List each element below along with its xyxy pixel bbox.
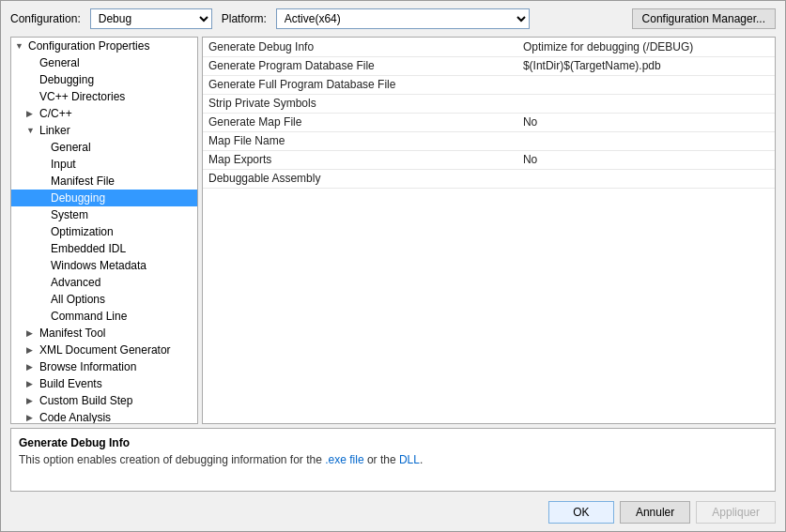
tree-expander-linker: ▼ bbox=[26, 126, 39, 135]
tree-item-linker-embedded[interactable]: Embedded IDL bbox=[11, 240, 197, 257]
tree-expander-build-events: ▶ bbox=[26, 379, 39, 388]
tree-item-config-props[interactable]: ▼Configuration Properties bbox=[11, 38, 197, 54]
tree-label-custom-build: Custom Build Step bbox=[39, 394, 132, 407]
prop-name: Strip Private Symbols bbox=[203, 94, 517, 113]
tree-label-linker-manifest: Manifest File bbox=[51, 175, 115, 188]
tree-item-linker[interactable]: ▼Linker bbox=[11, 122, 197, 139]
button-bar: OK Annuler Appliquer bbox=[1, 495, 785, 531]
desc-link1: .exe file bbox=[325, 453, 363, 466]
prop-name: Generate Full Program Database File bbox=[203, 75, 517, 94]
tree-label-linker-debug: Debugging bbox=[51, 191, 105, 205]
prop-value: No bbox=[517, 150, 775, 169]
desc-text-middle: or the bbox=[364, 453, 399, 466]
config-label: Configuration: bbox=[10, 12, 81, 25]
cancel-button[interactable]: Annuler bbox=[620, 501, 690, 524]
tree-label-linker-advanced: Advanced bbox=[51, 276, 100, 289]
tree-label-xml-gen: XML Document Generator bbox=[39, 343, 171, 357]
top-bar: Configuration: Debug Platform: Active(x6… bbox=[1, 1, 785, 37]
tree-label-browse-info: Browse Information bbox=[39, 360, 136, 373]
tree-item-linker-manifest[interactable]: Manifest File bbox=[11, 173, 197, 190]
properties-table: Generate Debug InfoOptimize for debuggin… bbox=[203, 38, 775, 189]
tree-expander-browse-info: ▶ bbox=[26, 362, 39, 372]
tree-item-linker-input[interactable]: Input bbox=[11, 156, 197, 173]
tree-item-linker-advanced[interactable]: Advanced bbox=[11, 274, 197, 291]
prop-value: No bbox=[517, 113, 775, 131]
tree-item-build-events[interactable]: ▶Build Events bbox=[11, 375, 197, 392]
tree-label-linker: Linker bbox=[39, 124, 70, 137]
prop-name: Map File Name bbox=[203, 131, 517, 150]
tree-expander-cpp: ▶ bbox=[26, 109, 39, 118]
desc-text-after: . bbox=[420, 453, 423, 466]
tree-item-vc-dirs[interactable]: VC++ Directories bbox=[11, 88, 197, 105]
prop-name: Map Exports bbox=[203, 150, 517, 169]
tree-label-linker-embedded: Embedded IDL bbox=[51, 242, 126, 255]
table-row[interactable]: Generate Debug InfoOptimize for debuggin… bbox=[203, 38, 775, 56]
tree-label-linker-optim: Optimization bbox=[51, 225, 114, 238]
description-panel: Generate Debug Info This option enables … bbox=[10, 428, 776, 492]
table-row[interactable]: Generate Map FileNo bbox=[203, 113, 775, 131]
properties-panel: Generate Debug InfoOptimize for debuggin… bbox=[202, 37, 776, 424]
table-row[interactable]: Debuggable Assembly bbox=[203, 169, 775, 188]
platform-label: Platform: bbox=[222, 12, 267, 25]
tree-item-manifest-tool[interactable]: ▶Manifest Tool bbox=[11, 325, 197, 342]
tree-item-linker-optim[interactable]: Optimization bbox=[11, 223, 197, 240]
prop-value: Optimize for debugging (/DEBUG) bbox=[517, 38, 775, 56]
tree-label-cpp: C/C++ bbox=[39, 107, 72, 120]
table-row[interactable]: Generate Program Database File$(IntDir)$… bbox=[203, 56, 775, 75]
prop-value bbox=[517, 169, 775, 188]
tree-label-vc-dirs: VC++ Directories bbox=[39, 90, 125, 103]
table-row[interactable]: Map File Name bbox=[203, 131, 775, 150]
desc-link2: DLL bbox=[399, 453, 420, 466]
property-pages-dialog: Configuration: Debug Platform: Active(x6… bbox=[0, 0, 786, 532]
tree-item-xml-gen[interactable]: ▶XML Document Generator bbox=[11, 342, 197, 358]
tree-label-code-analysis: Code Analysis bbox=[39, 411, 111, 424]
desc-text-before: This option enables creation of debuggin… bbox=[19, 453, 325, 466]
tree-item-general[interactable]: General bbox=[11, 54, 197, 71]
prop-value bbox=[517, 131, 775, 150]
prop-value: $(IntDir)$(TargetName).pdb bbox=[517, 56, 775, 75]
tree-expander-manifest-tool: ▶ bbox=[26, 328, 39, 338]
tree-item-linker-system[interactable]: System bbox=[11, 206, 197, 223]
tree-item-linker-cmdline[interactable]: Command Line bbox=[11, 308, 197, 325]
apply-button[interactable]: Appliquer bbox=[696, 501, 776, 524]
ok-button[interactable]: OK bbox=[548, 501, 614, 524]
tree-item-linker-allopts[interactable]: All Options bbox=[11, 291, 197, 308]
table-row[interactable]: Strip Private Symbols bbox=[203, 94, 775, 113]
tree-item-linker-general[interactable]: General bbox=[11, 139, 197, 156]
tree-label-general: General bbox=[39, 56, 80, 69]
tree-label-linker-general: General bbox=[51, 141, 91, 154]
tree-item-linker-winmeta[interactable]: Windows Metadata bbox=[11, 257, 197, 274]
tree-item-code-analysis[interactable]: ▶Code Analysis bbox=[11, 409, 197, 424]
tree-item-cpp[interactable]: ▶C/C++ bbox=[11, 105, 197, 122]
platform-select[interactable]: Active(x64) bbox=[276, 8, 530, 29]
main-content: ▼Configuration PropertiesGeneralDebuggin… bbox=[1, 37, 785, 424]
table-row[interactable]: Generate Full Program Database File bbox=[203, 75, 775, 94]
tree-label-linker-input: Input bbox=[51, 158, 76, 171]
prop-value bbox=[517, 75, 775, 94]
configuration-select[interactable]: Debug bbox=[90, 8, 212, 29]
tree-expander-code-analysis: ▶ bbox=[26, 413, 39, 422]
prop-value bbox=[517, 94, 775, 113]
tree-item-debugging-root[interactable]: Debugging bbox=[11, 71, 197, 88]
tree-item-custom-build[interactable]: ▶Custom Build Step bbox=[11, 392, 197, 409]
table-row[interactable]: Map ExportsNo bbox=[203, 150, 775, 169]
tree-label-build-events: Build Events bbox=[39, 377, 102, 390]
tree-label-debugging-root: Debugging bbox=[39, 73, 94, 86]
tree-label-manifest-tool: Manifest Tool bbox=[39, 327, 105, 340]
prop-name: Generate Map File bbox=[203, 113, 517, 131]
description-text: This option enables creation of debuggin… bbox=[19, 453, 767, 466]
prop-name: Debuggable Assembly bbox=[203, 169, 517, 188]
tree-label-linker-system: System bbox=[51, 208, 88, 221]
description-title: Generate Debug Info bbox=[19, 436, 767, 449]
tree-panel[interactable]: ▼Configuration PropertiesGeneralDebuggin… bbox=[10, 37, 198, 424]
tree-item-linker-debug[interactable]: Debugging bbox=[11, 190, 197, 206]
tree-item-browse-info[interactable]: ▶Browse Information bbox=[11, 358, 197, 375]
tree-label-linker-winmeta: Windows Metadata bbox=[51, 259, 146, 272]
prop-name: Generate Debug Info bbox=[203, 38, 517, 56]
config-manager-button[interactable]: Configuration Manager... bbox=[632, 8, 776, 29]
tree-label-linker-allopts: All Options bbox=[51, 293, 105, 306]
tree-label-config-props: Configuration Properties bbox=[28, 39, 149, 53]
tree-expander-config-props: ▼ bbox=[15, 41, 28, 51]
prop-name: Generate Program Database File bbox=[203, 56, 517, 75]
tree-label-linker-cmdline: Command Line bbox=[51, 310, 127, 323]
